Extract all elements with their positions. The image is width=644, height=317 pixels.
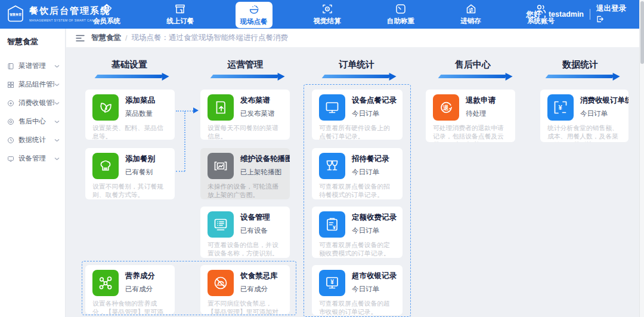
card-subtitle[interactable]: 已有设备 <box>240 226 270 235</box>
sidebar-item-recipe-mgmt[interactable]: 菜谱管理 <box>0 57 65 75</box>
sidebar-item-label: 菜品组件管理 <box>18 80 54 89</box>
arrow-underline <box>546 75 615 78</box>
sidebar-item-dish-components[interactable]: 菜品组件管理 <box>0 75 65 94</box>
card-nutrition[interactable]: 营养成分 已有成分 设置各种食物的营养成分，【菜品管理】里可添加对应的食物及分.… <box>85 265 175 314</box>
sidebar: 智慧食堂 菜谱管理 菜品组件管理 消费收银管理 售后中心 数据统计 <box>0 29 66 317</box>
svg-text:智慧食堂: 智慧食堂 <box>9 13 21 17</box>
card-description: 设置菜类、配料、菜品信息等。 <box>92 124 168 140</box>
sidebar-title: 智慧食堂 <box>0 29 65 57</box>
card-device-mgmt[interactable]: 设备管理 已有设备 可查看设备的信息，并设置设备名称，方便识别。 <box>200 207 290 258</box>
goblets-icon <box>319 153 345 179</box>
card-subtitle[interactable]: 今日订单 <box>352 109 395 118</box>
breadcrumb-current: 现场点餐：通过食堂现场智能终端进行点餐消费 <box>131 33 288 43</box>
card-supermarket-cashier-records[interactable]: ¥ 超市收银记录 今日订单 可查看双屏点餐设备的超市收银的订单记录。 <box>312 265 402 315</box>
breadcrumb-root[interactable]: 智慧食堂 <box>91 33 121 43</box>
app-window: 智慧食堂 餐饮后台管理系统 MANAGEMENT SYSTEM OF SMART… <box>0 0 644 317</box>
nav-self-weighing[interactable]: 自助称重 <box>382 0 419 29</box>
storefront-icon <box>174 3 186 15</box>
card-title: 营养成分 <box>125 271 155 281</box>
card-fixed-fee-records[interactable]: ¥ 定额收费记录 今日订单 可查看双屏点餐设备的定额收费模式的订单记录。 <box>312 207 402 258</box>
nav-inventory[interactable]: 进销存 <box>456 0 486 29</box>
components-grid-icon <box>7 81 14 88</box>
card-subtitle[interactable]: 今日订单 <box>352 226 395 235</box>
card-description: 统计分析食堂的销售额、成本、用餐人数，及各菜品销量、餐别等... <box>547 124 621 142</box>
connector-arrowhead <box>193 107 199 113</box>
card-refund-request[interactable]: 退 退款申请 待处理 可处理消费者的退款申请记录，包括设备点餐及云餐厅H5上的订… <box>426 90 515 142</box>
card-description: 设置每天不同餐别的菜谱信息。 <box>208 124 283 140</box>
nav-label: 现场点餐 <box>240 17 268 26</box>
main-nav: 会员系统 线上订餐 现场点餐 视觉结算 <box>88 0 559 29</box>
sidebar-item-label: 售后中心 <box>18 117 54 126</box>
card-subtitle[interactable]: 已发布菜谱 <box>240 109 275 118</box>
logo-house-icon: 智慧食堂 <box>6 4 25 23</box>
sidebar-item-label: 设备管理 <box>18 154 54 163</box>
sidebar-item-data-stats[interactable]: 数据统计 <box>0 131 65 149</box>
card-subtitle[interactable]: 已上架轮播图 <box>240 168 283 177</box>
card-publish-menu[interactable]: 发布菜谱 已发布菜谱 设置每天不同餐别的菜谱信息。 <box>200 90 290 140</box>
exit-icon <box>596 16 603 23</box>
card-title: 维护设备轮播图 <box>240 154 283 164</box>
column-header-aftersale: 售后中心 <box>434 59 512 78</box>
connector-line <box>176 171 185 172</box>
card-subtitle[interactable]: 菜品数量 <box>125 109 155 118</box>
nav-visual-checkout[interactable]: 视觉结算 <box>309 0 346 29</box>
chevron-down-icon <box>54 101 60 105</box>
card-subtitle[interactable]: 已有成分 <box>125 285 155 294</box>
nav-label: 线上订餐 <box>166 17 194 26</box>
vertical-scrollbar[interactable] <box>639 0 644 317</box>
column-title: 基础设置 <box>91 59 168 70</box>
nav-member-system[interactable]: 会员系统 <box>88 0 125 29</box>
sidebar-item-cashier-mgmt[interactable]: 消费收银管理 <box>0 94 65 112</box>
card-device-carousel[interactable]: 维护设备轮播图 已上架轮播图 未操作的设备，可轮流播放上架的广告图。 <box>200 148 290 199</box>
monitor-icon <box>7 155 14 162</box>
column-title: 售后中心 <box>434 59 512 70</box>
column-title: 订单统计 <box>318 59 395 70</box>
card-subtitle[interactable]: 今日订单 <box>580 109 621 118</box>
vegetable-icon <box>92 94 119 121</box>
sidebar-item-label: 数据统计 <box>18 136 54 144</box>
card-title: 添加菜品 <box>125 96 155 106</box>
card-subtitle[interactable]: 今日订单 <box>352 168 389 177</box>
card-description: 可查看双屏点餐设备的定额收费模式的订单记录。 <box>319 241 395 257</box>
card-cashier-order-stats[interactable]: ¥ 消费收银订单统计 今日订单 统计分析食堂的销售额、成本、用餐人数，及各菜品销… <box>540 90 628 142</box>
card-device-order-records[interactable]: 设备点餐记录 今日订单 可查看所有硬件设备上的点餐订单记录。 <box>312 90 402 140</box>
card-subtitle[interactable]: 今日订单 <box>352 285 395 294</box>
device-list-icon <box>208 211 234 238</box>
logout-button[interactable]: 退出登录 <box>596 3 630 26</box>
scan-icon <box>321 3 333 15</box>
card-add-meal-type[interactable]: 添加餐别 已有餐别 设置不同餐别，其订餐规则、取餐方式等。 <box>85 148 175 199</box>
card-subtitle[interactable]: 待处理 <box>466 109 496 118</box>
card-diet-taboo[interactable]: 饮食禁忌库 已有成分 置不同病症饮食禁忌，【菜品管理】里可添加对应的。 <box>200 265 290 314</box>
card-subtitle[interactable]: 已有餐别 <box>125 168 155 177</box>
scale-icon <box>395 3 407 15</box>
sidebar-item-device-mgmt[interactable]: 设备管理 <box>0 149 65 168</box>
nav-label: 会员系统 <box>93 17 120 26</box>
chevron-down-icon <box>54 139 60 142</box>
nav-online-order[interactable]: 线上订餐 <box>162 0 199 29</box>
card-hospitality-records[interactable]: 招待餐记录 今日订单 可查看双屏点餐设备的招待餐模式的订单记录。 <box>312 148 402 199</box>
nav-label: 视觉结算 <box>314 17 341 26</box>
monitor-icon <box>319 94 345 121</box>
sidebar-item-aftersale-center[interactable]: 售后中心 <box>0 112 65 131</box>
card-description: 可查看设备的信息，并设置设备名称，方便识别。 <box>208 241 283 257</box>
nav-label: 自助称重 <box>387 17 414 26</box>
gem-icon <box>101 3 113 15</box>
card-title: 消费收银订单统计 <box>580 96 621 106</box>
breadcrumb-bar: 智慧食堂 / 现场点餐：通过食堂现场智能终端进行点餐消费 <box>66 29 639 47</box>
card-subtitle[interactable]: 已有成分 <box>240 285 278 294</box>
warehouse-arrows-icon <box>465 3 477 15</box>
recipe-book-icon <box>7 63 14 70</box>
column-header-operations: 运营管理 <box>206 59 284 78</box>
card-description: 未操作的设备，可轮流播放上架的广告图。 <box>208 182 283 199</box>
collapse-menu-icon[interactable] <box>76 35 85 42</box>
nav-onsite-order[interactable]: 现场点餐 <box>236 2 273 28</box>
arrow-underline <box>95 75 165 78</box>
logout-label: 退出登录 <box>596 4 626 13</box>
yen-stats-icon: ¥ <box>547 94 574 121</box>
no-food-icon <box>208 270 234 296</box>
top-header-bar: 智慧食堂 餐饮后台管理系统 MANAGEMENT SYSTEM OF SMART… <box>0 0 639 29</box>
scrollbar-thumb[interactable] <box>640 1 644 64</box>
coin-icon <box>7 100 14 107</box>
svg-text:¥: ¥ <box>558 104 562 111</box>
card-add-dish[interactable]: 添加菜品 菜品数量 设置菜类、配料、菜品信息等。 <box>85 90 175 140</box>
